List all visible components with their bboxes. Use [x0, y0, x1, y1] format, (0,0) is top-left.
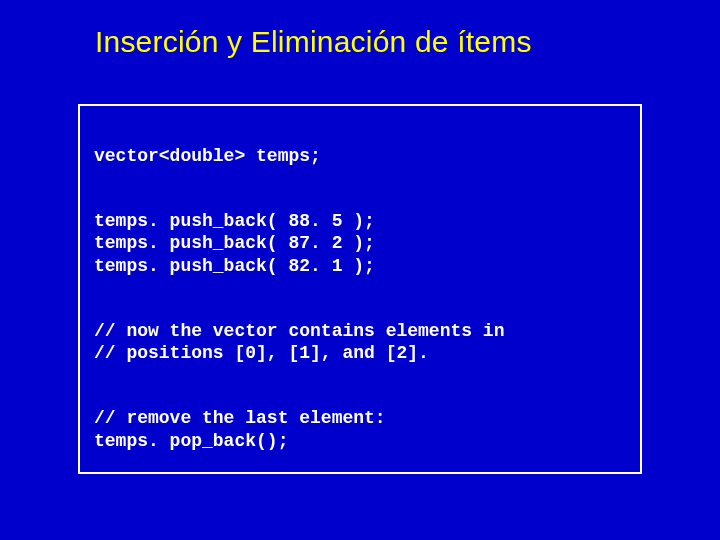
code-line: // remove the last element:	[94, 408, 386, 428]
slide: Inserción y Eliminación de ítems vector<…	[0, 0, 720, 540]
code-comment-block: // now the vector contains elements in /…	[94, 320, 626, 365]
code-line: temps. pop_back();	[94, 431, 288, 451]
code-line: // positions [0], [1], and [2].	[94, 343, 429, 363]
code-remove-block: // remove the last element: temps. pop_b…	[94, 407, 626, 452]
code-line: temps. push_back( 82. 1 );	[94, 256, 375, 276]
slide-title: Inserción y Eliminación de ítems	[0, 0, 720, 59]
code-declaration: vector<double> temps;	[94, 145, 626, 168]
code-box: vector<double> temps; temps. push_back( …	[78, 104, 642, 474]
code-push-block: temps. push_back( 88. 5 ); temps. push_b…	[94, 210, 626, 278]
code-line: // now the vector contains elements in	[94, 321, 504, 341]
code-line: temps. push_back( 88. 5 );	[94, 211, 375, 231]
code-line: temps. push_back( 87. 2 );	[94, 233, 375, 253]
